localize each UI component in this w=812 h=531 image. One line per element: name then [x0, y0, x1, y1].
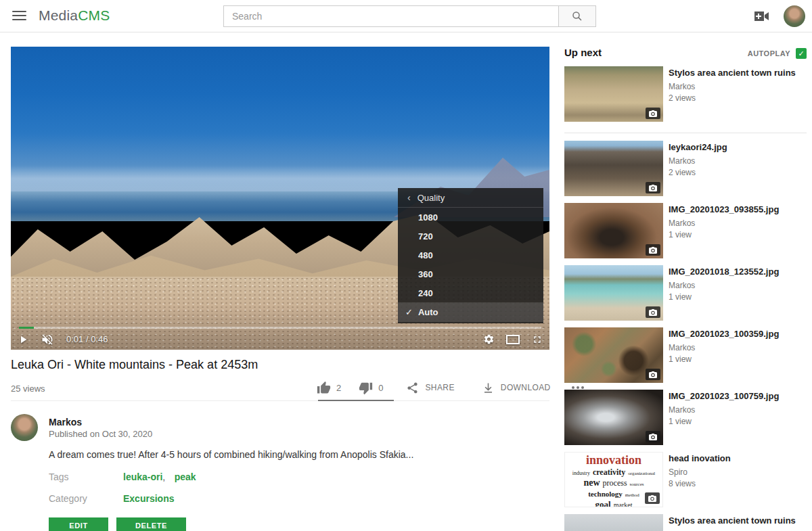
- section-divider: [11, 400, 549, 401]
- author-name[interactable]: Markos: [49, 417, 82, 428]
- wordcloud-word: innovation: [565, 454, 662, 466]
- quality-option-480[interactable]: 480: [398, 246, 543, 264]
- tag-link-peak[interactable]: peak: [175, 471, 196, 482]
- wordcloud-word: goal: [595, 499, 611, 507]
- fullscreen-button[interactable]: [525, 329, 549, 350]
- dislike-button[interactable]: 0: [359, 381, 383, 395]
- related-title: Stylos area ancient town ruins: [669, 515, 807, 526]
- author-avatar[interactable]: [11, 414, 38, 441]
- category-link[interactable]: Excursions: [123, 493, 174, 504]
- share-button[interactable]: SHARE: [406, 382, 454, 394]
- camera-icon: [649, 110, 657, 117]
- download-label: DOWNLOAD: [501, 383, 551, 392]
- quality-option-720[interactable]: 720: [398, 227, 543, 246]
- tags-row: Tags leuka-ori, peak: [49, 471, 522, 483]
- edit-media-button[interactable]: EDIT MEDIA: [49, 517, 108, 531]
- download-icon: [482, 382, 495, 394]
- related-author: Markos: [669, 343, 807, 352]
- related-views: 1 view: [669, 230, 807, 239]
- related-thumbnail-7: innovation industry creativity organizat…: [564, 452, 663, 507]
- quality-menu: ‹ Quality 1080 720 480 360 240 ✓ Auto: [398, 188, 543, 323]
- mute-button[interactable]: [35, 329, 60, 350]
- theater-mode-icon: [506, 335, 520, 344]
- related-item-1[interactable]: Stylos area ancient town ruins Markos 2 …: [564, 66, 807, 122]
- play-button[interactable]: [11, 329, 35, 350]
- videocam-plus-icon: [754, 10, 770, 22]
- search-bar: [223, 5, 596, 27]
- views-count: 25 views: [11, 384, 45, 394]
- related-title: Stylos area ancient town ruins: [669, 68, 807, 78]
- volume-muted-icon: [41, 333, 54, 346]
- search-button[interactable]: [559, 5, 596, 27]
- tags-label: Tags: [49, 471, 69, 482]
- search-input[interactable]: [223, 5, 559, 27]
- related-author: Markos: [669, 281, 807, 290]
- related-item-5[interactable]: IMG_20201023_100359.jpg Markos 1 view: [564, 327, 807, 383]
- autoplay-label: AUTOPLAY: [748, 49, 790, 57]
- related-item-7[interactable]: innovation industry creativity organizat…: [564, 452, 807, 507]
- autoplay-checkbox[interactable]: ✓: [796, 48, 807, 59]
- fullscreen-icon: [532, 334, 543, 345]
- app-logo[interactable]: MediaCMS: [39, 7, 110, 24]
- quality-option-240[interactable]: 240: [398, 283, 543, 302]
- quality-option-360[interactable]: 360: [398, 264, 543, 283]
- up-next-divider: [564, 133, 807, 133]
- related-thumbnail-8: [564, 514, 663, 531]
- related-title: IMG_20201023_100759.jpg: [669, 391, 807, 402]
- wordcloud-word: new: [583, 478, 600, 488]
- search-icon: [571, 10, 583, 22]
- related-title: IMG_20201023_100359.jpg: [669, 329, 807, 340]
- related-views: 8 views: [669, 479, 807, 488]
- wordcloud-word: technology: [588, 490, 623, 498]
- related-author: Markos: [669, 82, 807, 91]
- wordcloud-word: method: [625, 492, 639, 498]
- related-author: Markos: [669, 156, 807, 166]
- video-player[interactable]: ‹ Quality 1080 720 480 360 240 ✓ Auto 0:…: [11, 47, 549, 350]
- related-item-4[interactable]: IMG_20201018_123552.jpg Markos 1 view: [564, 265, 807, 321]
- related-item-2[interactable]: leykaori24.jpg Markos 2 views: [564, 141, 807, 196]
- related-item-6[interactable]: IMG_20201023_100759.jpg Markos 1 view: [564, 390, 807, 445]
- quality-menu-back[interactable]: ‹ Quality: [398, 188, 543, 208]
- like-button[interactable]: 2: [317, 381, 341, 395]
- tag-separator: ,: [162, 471, 165, 482]
- related-views: 1 view: [669, 292, 807, 302]
- delete-media-button[interactable]: DELETE MEDIA: [116, 517, 186, 531]
- like-count: 2: [336, 383, 341, 393]
- related-title: IMG_20201023_093855.jpg: [669, 204, 807, 215]
- theater-mode-button[interactable]: [501, 329, 525, 350]
- related-title: IMG_20201018_123552.jpg: [669, 267, 807, 277]
- wordcloud-word: industry: [572, 470, 590, 476]
- related-views: 1 view: [669, 354, 807, 364]
- related-item-3[interactable]: IMG_20201023_093855.jpg Markos 1 view: [564, 203, 807, 258]
- tag-link-leuka-ori[interactable]: leuka-ori: [123, 471, 162, 482]
- related-thumbnail-1: [564, 66, 663, 122]
- quality-menu-title: Quality: [418, 193, 445, 203]
- dislike-count: 0: [378, 383, 383, 393]
- wordcloud-word: creativity: [593, 467, 625, 477]
- thumbs-up-icon: [317, 381, 331, 395]
- user-avatar[interactable]: [784, 5, 805, 27]
- media-title: Leuka Ori - White mountains - Peak at 24…: [11, 358, 258, 372]
- publish-date: Published on Oct 30, 2020: [49, 429, 152, 439]
- quality-option-1080[interactable]: 1080: [398, 208, 543, 227]
- related-thumbnail-2: [564, 141, 663, 196]
- related-thumbnail-3: [564, 203, 663, 258]
- play-icon: [17, 333, 29, 346]
- related-title: head inovation: [669, 453, 807, 464]
- related-views: 1 view: [669, 417, 807, 426]
- back-chevron-icon: ‹: [407, 192, 411, 203]
- wordcloud-word: sources: [630, 482, 644, 487]
- camera-icon: [649, 247, 657, 254]
- related-item-8[interactable]: Stylos area ancient town ruins: [564, 514, 807, 531]
- share-label: SHARE: [425, 383, 454, 392]
- download-button[interactable]: DOWNLOAD: [482, 382, 551, 394]
- upload-media-button[interactable]: [754, 10, 770, 22]
- quality-option-auto[interactable]: ✓ Auto: [398, 302, 543, 322]
- hamburger-menu-icon[interactable]: [12, 11, 26, 21]
- camera-icon: [648, 495, 656, 502]
- settings-button[interactable]: [476, 329, 501, 350]
- wordcloud-word: market: [614, 501, 633, 507]
- time-display: 0:01 / 0:46: [66, 334, 108, 344]
- related-author: Markos: [669, 405, 807, 415]
- player-controls: 0:01 / 0:46: [11, 329, 549, 350]
